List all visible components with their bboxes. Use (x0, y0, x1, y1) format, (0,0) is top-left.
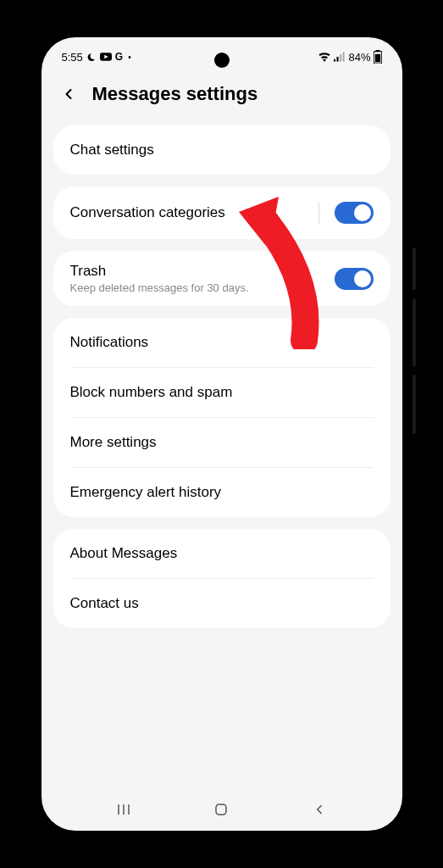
card-chat-settings: Chat settings (53, 125, 390, 175)
more-settings-label: More settings (70, 434, 374, 451)
phone-frame: 5:55 G • 84% (31, 27, 413, 841)
content: Chat settings Conversation categories (42, 125, 402, 628)
setting-contact-us[interactable]: Contact us (53, 579, 390, 628)
header: Messages settings (42, 68, 402, 125)
svg-rect-7 (374, 54, 379, 63)
status-time: 5:55 (62, 51, 83, 64)
setting-chat-settings[interactable]: Chat settings (53, 125, 390, 175)
setting-conversation-categories[interactable]: Conversation categories (53, 186, 390, 239)
signal-icon (334, 52, 346, 62)
trash-label: Trash (70, 263, 335, 280)
screen: 5:55 G • 84% (42, 37, 402, 831)
svg-rect-4 (343, 52, 345, 61)
toggle-wrap (318, 202, 374, 224)
card-general: Notifications Block numbers and spam Mor… (53, 318, 390, 517)
back-button[interactable] (58, 84, 79, 104)
toggle-knob (354, 204, 371, 221)
nav-home[interactable] (211, 799, 231, 820)
svg-rect-1 (334, 59, 335, 62)
side-button (413, 375, 416, 434)
notifications-label: Notifications (70, 334, 374, 351)
setting-trash[interactable]: Trash Keep deleted messages for 30 days. (53, 251, 390, 306)
emergency-label: Emergency alert history (70, 484, 374, 501)
camera-notch (214, 53, 230, 68)
side-button (413, 248, 416, 290)
toggle-knob (354, 270, 371, 287)
trash-sublabel: Keep deleted messages for 30 days. (70, 281, 335, 294)
trash-toggle[interactable] (335, 268, 374, 290)
card-trash: Trash Keep deleted messages for 30 days. (53, 251, 390, 306)
conversation-categories-label: Conversation categories (70, 204, 318, 221)
status-right: 84% (318, 50, 381, 64)
svg-rect-11 (216, 804, 226, 815)
block-label: Block numbers and spam (70, 384, 374, 401)
chat-settings-label: Chat settings (70, 142, 374, 159)
nav-back[interactable] (309, 799, 329, 820)
conversation-categories-toggle[interactable] (335, 202, 374, 224)
setting-more-settings[interactable]: More settings (53, 418, 390, 467)
google-icon: G (115, 51, 123, 63)
nav-bar (42, 788, 402, 831)
side-button (413, 298, 416, 366)
setting-block-numbers[interactable]: Block numbers and spam (53, 368, 390, 417)
card-conversation-categories: Conversation categories (53, 186, 390, 239)
wifi-icon (318, 52, 331, 62)
setting-emergency-alert[interactable]: Emergency alert history (53, 468, 390, 517)
nav-recents[interactable] (114, 799, 134, 820)
youtube-icon (100, 53, 112, 61)
page-title: Messages settings (92, 83, 258, 105)
moon-icon (86, 52, 97, 62)
svg-rect-3 (340, 54, 341, 61)
about-label: About Messages (70, 545, 374, 562)
status-left: 5:55 G • (62, 51, 131, 64)
battery-percent: 84% (348, 51, 370, 64)
svg-rect-2 (337, 57, 339, 62)
status-dot: • (128, 53, 131, 62)
battery-icon (374, 50, 382, 64)
toggle-divider (318, 202, 319, 224)
setting-about-messages[interactable]: About Messages (53, 529, 390, 578)
card-about: About Messages Contact us (53, 529, 390, 628)
contact-label: Contact us (70, 595, 374, 612)
setting-notifications[interactable]: Notifications (53, 318, 390, 367)
